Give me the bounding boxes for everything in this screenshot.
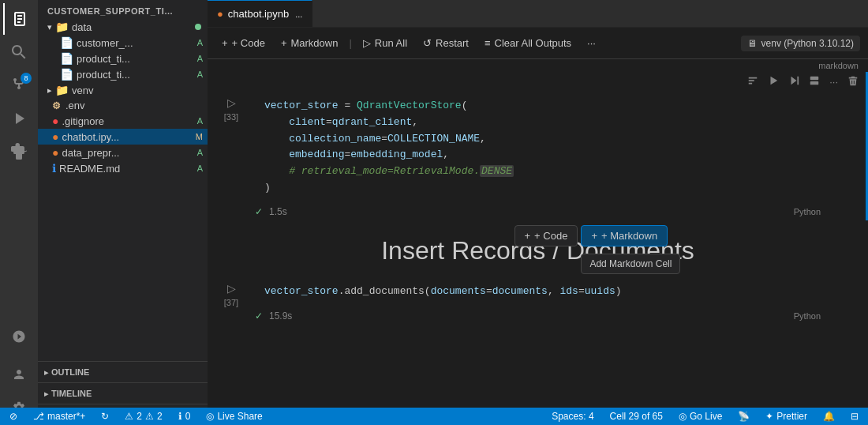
sidebar-item-env[interactable]: ⚙ .env	[38, 98, 208, 113]
sidebar-item-label: README.md	[59, 163, 197, 175]
git-badge: A	[197, 116, 203, 126]
insert-code-label: + Code	[534, 230, 567, 242]
cell-output: ✓ 15.9s Python	[208, 307, 868, 325]
run-cell-button[interactable]: ▷	[226, 280, 238, 296]
spaces-status[interactable]: Spaces: 4	[548, 411, 597, 422]
cell-run-button[interactable]	[765, 73, 782, 90]
kernel-selector[interactable]: 🖥 venv (Python 3.10.12)	[741, 36, 860, 51]
activity-bar: 8	[0, 0, 38, 425]
warnings-count: 2	[137, 411, 142, 422]
clear-all-outputs-label: Clear All Outputs	[495, 37, 572, 49]
sidebar-item-product1-csv[interactable]: 📄 product_ti... A	[38, 51, 208, 66]
cell-code-block[interactable]: vector_store.add_documents(documents=doc…	[255, 277, 868, 307]
notebook-icon: ●	[52, 130, 58, 143]
outline-header[interactable]: ▸ OUTLINE	[38, 365, 208, 379]
go-live-status[interactable]: ◎ Go Live	[675, 411, 725, 422]
chevron-right-icon: ▸	[44, 389, 48, 398]
insert-buttons: + + Code + + Markdown Add Markdown Cell	[514, 225, 668, 246]
more-actions-button[interactable]: ···	[581, 34, 602, 52]
git-badge: A	[197, 54, 203, 63]
notebook-content: markdown ···	[208, 59, 868, 425]
notifications-status[interactable]: 🔔	[820, 411, 838, 422]
status-left: ⊘ ⎇ master*+ ↻ ⚠ 2 ⚠ 2 ℹ 0 ◎ Live Share	[6, 411, 266, 422]
sidebar-item-customer-csv[interactable]: 📄 customer_... A	[38, 35, 208, 51]
prettier-label: Prettier	[776, 411, 807, 422]
cell-language: Python	[794, 207, 821, 216]
git-badge: A	[197, 70, 203, 79]
prettier-status[interactable]: ✦ Prettier	[762, 411, 810, 422]
broadcast-status[interactable]: 📡	[735, 411, 753, 422]
success-icon: ✓	[255, 310, 263, 322]
kernel-label: venv (Python 3.10.12)	[761, 38, 854, 49]
search-icon[interactable]	[3, 36, 35, 68]
remote-icon[interactable]	[3, 321, 35, 352]
cell-more-button[interactable]: ···	[826, 74, 841, 89]
clear-all-outputs-button[interactable]: ≡ Clear All Outputs	[478, 34, 578, 52]
sidebar-item-gitignore[interactable]: ● .gitignore A	[38, 113, 208, 129]
source-control-icon[interactable]: 8	[3, 70, 35, 101]
layout-status[interactable]: ⊟	[847, 411, 862, 422]
sync-icon: ↻	[101, 411, 109, 422]
code-cell-37: ▷ [37] vector_store.add_documents(docume…	[208, 277, 868, 325]
git-branch-status[interactable]: ⎇ master*+	[30, 411, 88, 422]
cell-split-button[interactable]	[806, 73, 823, 90]
restart-button[interactable]: ↺ Restart	[417, 34, 475, 52]
plus-icon: +	[525, 230, 531, 242]
info-status[interactable]: ℹ 0	[175, 411, 194, 422]
svg-rect-0	[810, 77, 819, 80]
run-cell-button[interactable]: ▷	[226, 95, 238, 111]
tab-label: chatbot.ipynb	[228, 8, 289, 20]
sidebar-item-dataprepr-nb[interactable]: ● data_prepr... A	[38, 145, 208, 160]
insert-code-button[interactable]: + + Code	[514, 225, 578, 246]
env-icon: ⚙	[52, 100, 61, 111]
git-badge: A	[197, 148, 203, 157]
warnings-status[interactable]: ⚠ 2 ⚠ 2	[122, 411, 165, 422]
sidebar-item-label: customer_...	[77, 37, 197, 49]
cell-execute-above-button[interactable]	[744, 73, 761, 90]
spaces-label: Spaces: 4	[552, 411, 593, 422]
svg-rect-1	[810, 81, 819, 85]
warning-icon: ⚠	[125, 411, 133, 422]
notebook-tab-icon: ●	[217, 8, 223, 20]
extensions-icon[interactable]	[3, 136, 35, 167]
sidebar-item-data[interactable]: ▾ 📁 data	[38, 19, 208, 35]
plus-code-icon: +	[222, 37, 228, 49]
run-debug-icon[interactable]	[3, 103, 35, 134]
insert-markdown-button[interactable]: + + Markdown	[581, 225, 668, 246]
timeline-header[interactable]: ▸ TIMELINE	[38, 386, 208, 401]
add-markdown-button[interactable]: + Markdown	[275, 34, 345, 52]
file-tree: ▾ 📁 data 📄 customer_... A 📄 product_ti..…	[38, 19, 208, 361]
live-share-status[interactable]: ◎ Live Share	[203, 411, 265, 422]
add-code-button[interactable]: + + Code	[215, 34, 271, 52]
sidebar-item-chatbot-nb[interactable]: ● chatbot.ipy... M	[38, 129, 208, 145]
sidebar-item-venv[interactable]: ▸ 📁 venv	[38, 82, 208, 98]
sidebar-item-product2-csv[interactable]: 📄 product_ti... A	[38, 66, 208, 82]
run-all-button[interactable]: ▷ Run All	[357, 34, 413, 52]
cell-content: ▷ [37] vector_store.add_documents(docume…	[208, 277, 868, 307]
files-icon[interactable]	[3, 3, 35, 35]
status-right: Spaces: 4 Cell 29 of 65 ◎ Go Live 📡 ✦ Pr…	[548, 411, 862, 422]
clear-icon: ≡	[485, 37, 491, 49]
tab-chatbot-ipynb[interactable]: ● chatbot.ipynb ...	[208, 0, 312, 28]
cell-code-block[interactable]: vector_store = QdrantVectorStore( client…	[255, 92, 868, 203]
remote-status[interactable]: ⊘	[6, 411, 21, 422]
insert-markdown-label: + Markdown	[601, 230, 657, 242]
insert-markdown-wrapper: + + Markdown Add Markdown Cell	[581, 225, 668, 246]
insert-popup: + + Code + + Markdown Add Markdown Cell	[514, 225, 668, 246]
toolbar-right: 🖥 venv (Python 3.10.12)	[741, 36, 860, 51]
sync-status[interactable]: ↻	[98, 411, 112, 422]
branch-icon: ⎇	[33, 411, 44, 422]
cell-execution-count: [37]	[224, 298, 238, 307]
cell-info-status[interactable]: Cell 29 of 65	[607, 411, 666, 422]
cell-delete-button[interactable]	[844, 73, 862, 90]
cell-info-label: Cell 29 of 65	[610, 411, 663, 422]
account-icon[interactable]	[3, 359, 35, 390]
cell-run-next-button[interactable]	[785, 73, 803, 90]
sidebar-item-label: chatbot.ipy...	[62, 131, 195, 143]
sidebar-item-label: venv	[72, 85, 208, 96]
outline-label: OUTLINE	[51, 367, 89, 377]
branch-name: master*+	[47, 411, 85, 422]
layout-icon: ⊟	[851, 411, 859, 422]
info-count: 0	[185, 411, 191, 422]
sidebar-item-readme[interactable]: ℹ README.md A	[38, 160, 208, 176]
